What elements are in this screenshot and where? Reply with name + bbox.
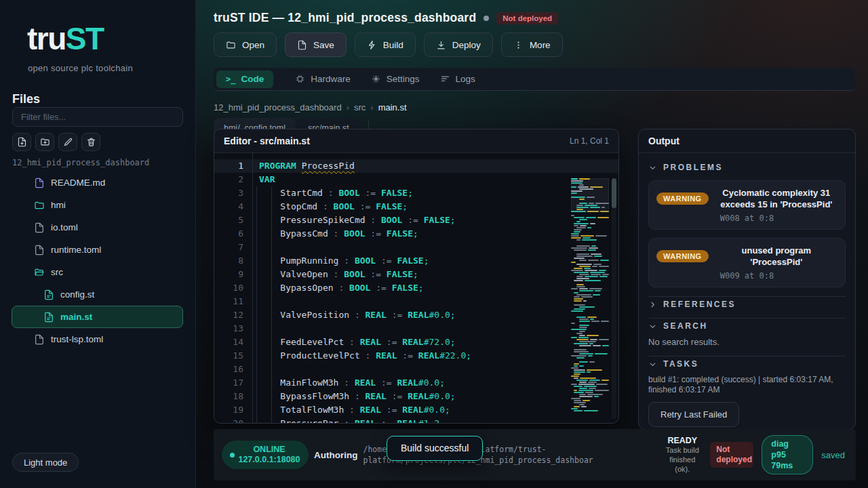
retry-last-failed-button[interactable]: Retry Last Failed	[648, 402, 739, 427]
code-line[interactable]	[253, 241, 564, 254]
section-tasks[interactable]: TASKS	[648, 359, 846, 369]
file-tree-item-trust-lsp.toml[interactable]: trust-lsp.toml	[12, 328, 183, 350]
main-area: truST IDE — 12_hmi_pid_process_dashboard…	[196, 0, 868, 488]
code-line[interactable]: BypassOpen : BOOL := FALSE;	[253, 281, 564, 295]
minimap-row	[571, 349, 609, 350]
code-line[interactable]	[253, 363, 564, 376]
code-line[interactable]: BypassFlowM3h : REAL := REAL#0.0;	[253, 390, 564, 403]
file-filter-input[interactable]	[12, 107, 183, 127]
code-line[interactable]	[253, 322, 564, 336]
code-token: :	[366, 215, 381, 225]
deploy-button[interactable]: Deploy	[424, 33, 493, 57]
minimap-bar	[571, 237, 581, 239]
minimap-row	[571, 233, 609, 235]
section-problems[interactable]: PROBLEMS	[648, 163, 846, 172]
minimap-bar	[571, 270, 583, 271]
new-folder-button[interactable]	[35, 133, 54, 151]
code-line[interactable]: ValveOpen : BOOL := FALSE;	[253, 268, 564, 281]
breadcrumb-part[interactable]: src	[354, 102, 366, 113]
code-token: REAL	[376, 350, 397, 361]
file-tree-item-main.st[interactable]: main.st	[12, 306, 183, 328]
minimap-bar	[595, 235, 607, 237]
line-number: 1	[214, 159, 252, 173]
code-line[interactable]: PROGRAM ProcessPid	[253, 159, 564, 173]
minimap-row	[571, 365, 609, 367]
scrollbar-thumb[interactable]	[612, 178, 616, 208]
tab-code[interactable]: >_Code	[216, 70, 273, 88]
code-line[interactable]: ProductLevelPct : REAL := REAL#22.0;	[253, 349, 564, 363]
folder-plus-icon	[40, 137, 50, 147]
problem-card[interactable]: WARNING Cyclomatic complexity 31 exceeds…	[648, 180, 846, 230]
build-button[interactable]: Build	[355, 33, 416, 57]
open-button[interactable]: Open	[214, 33, 277, 57]
section-search[interactable]: SEARCH	[648, 321, 846, 331]
minimap-bar	[579, 274, 589, 275]
tasks-heading: TASKS	[663, 359, 698, 369]
code-line[interactable]: VAR	[253, 173, 564, 186]
code-line[interactable]: PressureBar : REAL := REAL#1.2	[253, 417, 564, 424]
file-tree-item-README.md[interactable]: README.md	[12, 171, 183, 194]
status-bar: ONLINE 127.0.0.1:18080 Authoring /home/r…	[214, 429, 856, 481]
minimap-bar	[574, 217, 585, 218]
section-references[interactable]: REFERENCES	[648, 300, 846, 309]
file-tree-item-io.toml[interactable]: io.toml	[12, 216, 183, 239]
file-tree-item-hmi[interactable]: hmi	[12, 194, 183, 216]
minimap-bar	[601, 380, 609, 381]
problems-heading: PROBLEMS	[663, 163, 723, 172]
problem-card[interactable]: WARNING unused program 'ProcessPid' W009…	[648, 238, 846, 287]
code-line[interactable]: ValvePosition : REAL := REAL#0.0;	[253, 308, 564, 322]
code-line[interactable]: PumpRunning : BOOL := FALSE;	[253, 254, 564, 268]
file-tree-item-src[interactable]: src	[12, 261, 183, 283]
rename-button[interactable]	[58, 133, 77, 151]
breadcrumb-part[interactable]: 12_hmi_pid_process_dashboard	[214, 102, 342, 113]
code-line[interactable]	[253, 295, 564, 308]
file-tree-item-config.st[interactable]: config.st	[12, 283, 183, 306]
line-number: 3	[214, 186, 252, 200]
tab-settings[interactable]: Settings	[371, 74, 420, 84]
minimap-bar	[591, 245, 596, 247]
minimap-bar	[571, 384, 577, 385]
code-line[interactable]: BypassCmd : BOOL := FALSE;	[253, 227, 564, 241]
file-tree-item-runtime.toml[interactable]: runtime.toml	[12, 239, 183, 261]
code-line[interactable]: PressureSpikeCmd : BOOL := FALSE;	[253, 214, 564, 227]
code-token: #0.0;	[418, 378, 445, 388]
breadcrumb-part[interactable]: main.st	[378, 102, 407, 113]
code-token: :=	[366, 228, 387, 239]
online-status-pill: ONLINE 127.0.0.1:18080	[222, 441, 309, 469]
file-name: main.st	[60, 312, 92, 322]
minimap-bar	[584, 410, 598, 411]
file-name: runtime.toml	[51, 245, 101, 255]
minimap-viewport[interactable]	[571, 178, 609, 212]
code-token: FALSE	[376, 201, 402, 211]
minimap-bar	[571, 355, 587, 357]
code-token: :	[323, 188, 338, 198]
code-line[interactable]: StopCmd : BOOL := FALSE;	[253, 200, 564, 214]
code-line[interactable]: StartCmd : BOOL := FALSE;	[253, 186, 564, 200]
code-line[interactable]: FeedLevelPct : REAL := REAL#72.0;	[253, 336, 564, 349]
tab-logs[interactable]: Logs	[440, 74, 475, 84]
minimap[interactable]	[571, 178, 609, 419]
new-file-button[interactable]	[12, 133, 31, 151]
minimap-row	[571, 231, 609, 232]
minimap-bar	[595, 290, 601, 291]
editor-scrollbar[interactable]	[612, 178, 616, 419]
more-button[interactable]: More	[501, 33, 563, 57]
delete-button[interactable]	[81, 133, 100, 151]
code-line[interactable]: TotalFlowM3h : REAL := REAL#0.0;	[253, 403, 564, 417]
deploy-icon	[436, 40, 446, 50]
code-token: :=	[366, 269, 387, 279]
code-editor[interactable]: 1234567891011121314151617181920 PROGRAM …	[214, 153, 618, 423]
save-button[interactable]: Save	[285, 33, 347, 57]
minimap-bar	[579, 327, 587, 328]
code-token: :=	[397, 350, 418, 361]
file-icon	[34, 222, 45, 233]
sidebar: truST open source plc toolchain Files 12…	[0, 0, 196, 488]
minimap-bar	[579, 341, 596, 342]
code-line[interactable]: MainFlowM3h : REAL := REAL#0.0;	[253, 376, 564, 390]
minimap-bar	[578, 390, 593, 391]
file-icon	[34, 334, 45, 345]
minimap-bar	[574, 272, 589, 273]
tab-hardware[interactable]: Hardware	[295, 74, 351, 84]
code-token: BOOL	[344, 228, 365, 239]
theme-toggle-button[interactable]: Light mode	[12, 453, 79, 472]
